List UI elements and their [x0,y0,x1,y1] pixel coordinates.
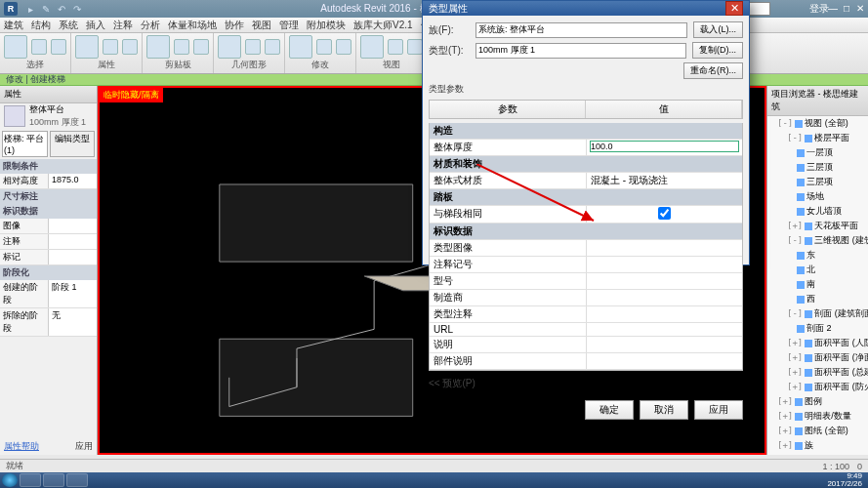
param-checkbox[interactable] [591,207,738,220]
ribbon-tab[interactable]: 系统 [59,19,78,32]
tree-item[interactable]: 西 [777,292,868,306]
family-combo[interactable]: 系统族: 整体平台 [475,22,687,38]
ribbon-tab[interactable]: 视图 [252,19,271,32]
tree-expander-icon[interactable]: [+] [777,426,793,435]
properties-help-link[interactable]: 属性帮助 [4,441,39,451]
tree-item[interactable]: [+]面积平面 (人防分区面积) [777,336,868,350]
ribbon-tool-icon[interactable] [336,39,351,55]
tree-item[interactable]: [+]族 [777,438,868,453]
revit-logo[interactable]: R [4,2,18,16]
ribbon-tab[interactable]: 分析 [141,19,160,32]
tree-item[interactable]: [-]剖面 (建筑剖面) [777,306,868,321]
ribbon-tab[interactable]: 注释 [113,19,133,32]
tree-item[interactable]: 场地 [777,189,868,204]
tree-item[interactable]: [+]图纸 (全部) [777,424,868,438]
edit-type-button[interactable]: 编辑类型 [50,131,95,157]
properties-apply-button[interactable]: 应用 [75,440,93,453]
ribbon-tab[interactable]: 结构 [31,19,51,32]
tree-item[interactable]: [+]面积平面 (净面积) [777,350,868,365]
tree-item[interactable]: 三层顶 [777,160,868,175]
cancel-button[interactable]: 取消 [640,400,688,420]
tree-expander-icon[interactable]: [+] [777,440,793,450]
tree-item[interactable]: [+]天花板平面 [777,219,868,233]
ribbon-tool-icon[interactable] [388,39,403,55]
ribbon-tool-icon[interactable] [193,39,209,55]
tree-item[interactable]: 剖面 2 [777,321,868,336]
ribbon-tool-icon[interactable] [218,35,241,59]
tree-item[interactable]: 南 [777,277,868,292]
ribbon-tab[interactable]: 族库大师V2.1 [353,19,413,32]
ribbon-tool-icon[interactable] [360,35,384,59]
tree-expander-icon[interactable]: [-] [787,133,803,142]
tree-expander-icon[interactable]: [-] [777,118,793,128]
tree-expander-icon[interactable]: [+] [787,367,803,377]
taskbar-app-icon[interactable] [66,473,88,487]
ribbon-tool-icon[interactable] [407,39,423,55]
taskbar-app-icon[interactable] [43,473,64,487]
qat-save-icon[interactable]: ✎ [39,2,53,16]
status-scale[interactable]: 1 : 100 [822,462,849,471]
tree-item[interactable]: 一层顶 [777,145,868,160]
tree-item[interactable]: [+]组 [777,453,868,455]
ribbon-tool-icon[interactable] [174,39,189,55]
minimize-icon[interactable]: — [827,3,839,15]
copy-button[interactable]: 复制(D)... [692,42,743,59]
tree-item[interactable]: [-]三维视图 (建筑立面) [777,233,868,248]
user-login[interactable]: 登录 [809,2,829,16]
ribbon-tab[interactable]: 体量和场地 [168,19,217,32]
tree-expander-icon[interactable]: [+] [787,338,803,347]
ribbon-tool-icon[interactable] [103,39,118,55]
qat-open-icon[interactable]: ▸ [23,2,37,16]
prop-demo-value[interactable]: 无 [48,308,97,336]
tree-item[interactable]: [+]面积平面 (总建筑面积) [777,365,868,380]
tree-expander-icon[interactable]: [+] [787,352,803,362]
tree-expander-icon[interactable]: [+] [787,382,803,391]
tree-expander-icon[interactable]: [+] [787,221,803,230]
ribbon-tool-icon[interactable] [265,39,280,55]
tree-item[interactable]: 北 [777,263,868,277]
preview-toggle[interactable]: << 预览(P) [429,377,475,390]
tree-item[interactable]: [-]视图 (全部) [777,116,868,131]
prop-rel-height-input[interactable] [52,175,94,184]
ribbon-tab[interactable]: 插入 [86,19,105,32]
param-value[interactable]: 混凝土 - 现场浇注 [591,175,668,185]
tree-item[interactable]: 三层项 [777,175,868,189]
tree-expander-icon[interactable]: [+] [777,411,793,421]
tree-item[interactable]: 东 [777,248,868,263]
tree-expander-icon[interactable]: [+] [777,396,793,406]
ribbon-tool-icon[interactable] [31,39,47,55]
ok-button[interactable]: 确定 [585,400,634,420]
taskbar-app-icon[interactable] [20,473,41,487]
maximize-icon[interactable]: □ [841,3,852,15]
system-clock[interactable]: 9:49 2017/2/26 [827,472,866,488]
tree-item[interactable]: [+]图例 [777,394,868,409]
tree-expander-icon[interactable]: [-] [787,308,803,318]
ribbon-tool-icon[interactable] [316,39,332,55]
ribbon-tab[interactable]: 管理 [279,19,299,32]
instance-selector[interactable]: 楼梯: 平台 (1) [2,131,48,157]
load-button[interactable]: 载入(L)... [693,21,743,38]
ribbon-tool-icon[interactable] [122,39,138,55]
ribbon-tool-icon[interactable] [146,35,170,59]
tree-item[interactable]: 女儿墙顶 [777,204,868,219]
tree-item[interactable]: [+]面积平面 (防火分区面积) [777,380,868,394]
qat-undo-icon[interactable]: ↶ [55,2,68,16]
rename-button[interactable]: 重命名(R)... [683,62,743,79]
dialog-close-button[interactable]: ✕ [725,1,743,16]
tree-expander-icon[interactable]: [-] [787,235,803,245]
tree-item[interactable]: [-]楼层平面 [777,131,868,145]
tree-item[interactable]: [+]明细表/数量 [777,409,868,424]
prop-created-value[interactable]: 阶段 1 [48,280,97,307]
prop-image-value[interactable] [48,219,97,233]
ribbon-tab[interactable]: 附加模块 [307,19,346,32]
close-icon[interactable]: ✕ [854,3,866,15]
qat-redo-icon[interactable]: ↷ [70,2,84,16]
ribbon-tool-icon[interactable] [51,39,66,55]
param-value-input[interactable] [591,142,738,151]
type-combo[interactable]: 100mm 厚度 1 [475,43,686,59]
start-button[interactable] [2,473,18,487]
ribbon-tool-icon[interactable] [289,35,312,59]
prop-mark-value[interactable] [48,250,97,264]
prop-comments-value[interactable] [48,234,97,249]
apply-button[interactable]: 应用 [694,400,743,420]
